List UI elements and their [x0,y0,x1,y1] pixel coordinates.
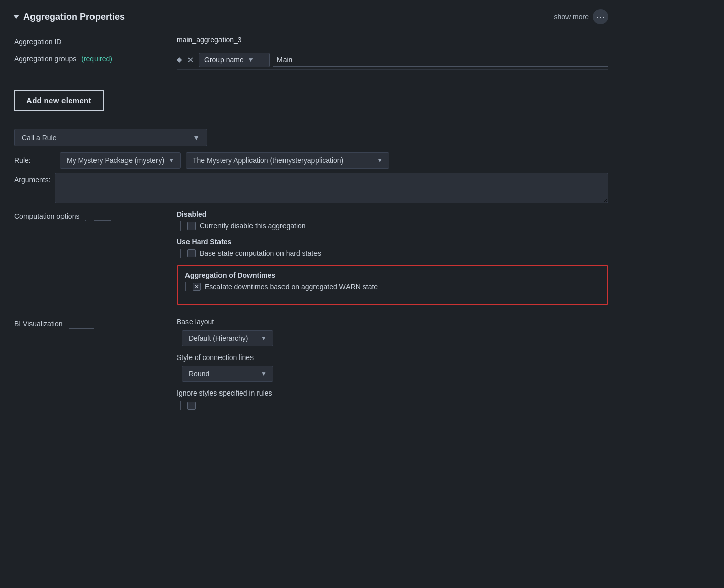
hard-states-checkbox-row: Base state computation on hard states [180,249,608,258]
more-options-button[interactable]: ⋯ [593,9,608,24]
disabled-toggle-bar [180,221,181,231]
arguments-label: Arguments: [14,173,55,184]
connection-lines-chevron-icon: ▼ [261,370,267,377]
ignore-styles-label: Ignore styles specified in rules [177,389,608,397]
remove-group-button[interactable]: ✕ [185,54,196,66]
disabled-title: Disabled [177,210,608,218]
updown-button[interactable] [177,57,182,63]
base-layout-indent: Default (Hierarchy) ▼ [182,330,608,346]
group-name-chevron-icon: ▼ [248,56,254,63]
disabled-checkbox-label: Currently disable this aggregation [200,222,306,230]
required-label: (required) [81,55,112,63]
groups-controls: ✕ Group name ▼ [177,53,608,67]
computation-options-row: Computation options Disabled Currently d… [14,210,608,311]
computation-options-label: Computation options [14,210,177,220]
rule-label: Rule: [14,156,55,165]
group-name-dropdown[interactable]: Group name ▼ [199,53,270,67]
package-chevron-icon: ▼ [168,157,174,164]
app-dropdown[interactable]: The Mystery Application (themysteryappli… [186,152,389,169]
base-layout-dropdown[interactable]: Default (Hierarchy) ▼ [182,330,273,346]
package-label: My Mystery Package (mystery) [67,156,164,165]
app-label: The Mystery Application (themysteryappli… [193,156,343,165]
ignore-styles-checkbox-row [180,401,608,410]
package-dropdown[interactable]: My Mystery Package (mystery) ▼ [60,152,181,169]
show-more-label: show more [554,13,589,21]
arguments-row: Arguments: [14,173,608,203]
ignore-styles-toggle-bar [180,401,181,410]
connection-lines-indent: Round ▼ [182,366,608,382]
disabled-checkbox-row: Currently disable this aggregation [180,221,608,231]
hard-states-checkbox-label: Base state computation on hard states [200,249,321,257]
base-layout-value: Default (Hierarchy) [188,334,248,342]
collapse-icon[interactable] [13,15,19,19]
downtimes-title: Aggregation of Downtimes [185,271,600,279]
groups-separator [177,69,608,70]
downtimes-toggle-bar [185,282,186,291]
connection-lines-dropdown[interactable]: Round ▼ [182,366,273,382]
downtimes-checkbox[interactable]: ✕ [193,283,201,291]
hard-states-title: Use Hard States [177,238,608,246]
section-title-text: Aggregation Properties [23,12,125,22]
add-element-area: Add new element [14,84,608,120]
bi-visualization-value: Base layout Default (Hierarchy) ▼ Style … [177,318,608,417]
show-more-area[interactable]: show more ⋯ [554,9,608,24]
base-layout-section: Base layout Default (Hierarchy) ▼ [177,318,608,346]
aggregation-id-row: Aggregation ID main_aggregation_3 [14,36,608,46]
rule-row: Rule: My Mystery Package (mystery) ▼ The… [14,152,608,169]
bi-visualization-label: BI Visualization [14,318,177,328]
arrow-up-icon [177,57,182,60]
aggregation-id-value: main_aggregation_3 [177,36,608,44]
hard-states-checkbox[interactable] [187,249,196,257]
downtimes-checkbox-label: Escalate downtimes based on aggregated W… [205,283,378,291]
downtime-box: Aggregation of Downtimes ✕ Escalate down… [177,265,608,305]
ignore-styles-section: Ignore styles specified in rules [177,389,608,410]
disabled-checkbox[interactable] [187,222,196,230]
call-rule-label: Call a Rule [22,134,56,142]
computation-options-value: Disabled Currently disable this aggregat… [177,210,608,311]
connection-lines-value: Round [188,370,209,378]
base-layout-chevron-icon: ▼ [261,335,267,342]
arguments-textarea[interactable] [55,173,608,203]
connection-lines-section: Style of connection lines Round ▼ [177,353,608,382]
aggregation-groups-label: Aggregation groups (required) [14,53,177,63]
call-rule-chevron-icon: ▼ [193,134,200,142]
base-layout-label: Base layout [177,318,608,326]
add-element-button[interactable]: Add new element [14,90,104,111]
app-chevron-icon: ▼ [376,157,383,164]
aggregation-groups-row: Aggregation groups (required) ✕ Group na… [14,53,608,77]
bi-visualization-row: BI Visualization Base layout Default (Hi… [14,318,608,417]
downtimes-checkbox-row: ✕ Escalate downtimes based on aggregated… [185,282,600,291]
aggregation-id-label: Aggregation ID [14,36,177,46]
group-name-label: Group name [204,56,244,64]
arrow-down-icon [177,60,182,63]
group-value-input[interactable] [273,54,608,67]
aggregation-groups-value: ✕ Group name ▼ [177,53,608,77]
section-title: Aggregation Properties [14,12,125,22]
call-rule-area: Call a Rule ▼ [14,129,608,146]
call-rule-dropdown[interactable]: Call a Rule ▼ [14,129,207,146]
section-header: Aggregation Properties show more ⋯ [14,9,608,24]
connection-lines-label: Style of connection lines [177,353,608,362]
hard-states-toggle-bar [180,249,181,258]
ignore-styles-checkbox[interactable] [187,402,196,410]
